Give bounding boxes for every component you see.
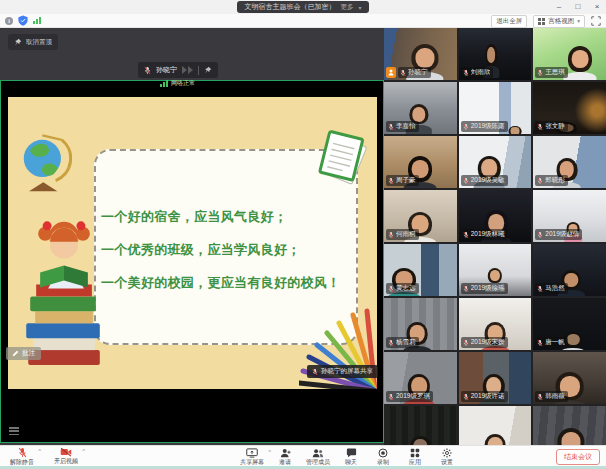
- participant-tile[interactable]: 唐一帆: [533, 298, 606, 350]
- participant-tile[interactable]: 杨雪莉: [384, 298, 457, 350]
- chevron-up-icon[interactable]: ^: [268, 449, 271, 455]
- apps-label: 应用: [409, 459, 421, 465]
- fullscreen-expand-icon[interactable]: [591, 16, 601, 26]
- share-source-label: 孙晓宁的屏幕共享: [321, 367, 373, 376]
- participant-tile[interactable]: 2019级徐瑶: [459, 244, 532, 296]
- mic-muted-icon: [388, 231, 394, 239]
- network-signal-icon[interactable]: [33, 17, 41, 24]
- network-signal-icon: [160, 80, 168, 87]
- mic-muted-icon: [144, 66, 151, 75]
- participant-nameplate: 马浩然: [535, 283, 568, 294]
- mic-muted-icon: [537, 231, 543, 239]
- chevron-up-icon[interactable]: ^: [38, 448, 41, 454]
- unmute-label: 解除静音: [10, 459, 34, 465]
- participant-nameplate: 韩雨薇: [535, 391, 568, 402]
- meeting-info-icon[interactable]: i: [5, 17, 13, 25]
- unmute-button[interactable]: ^ 解除静音: [10, 447, 34, 465]
- participant-name: 孙晓宁: [408, 68, 428, 77]
- mic-muted-icon: [537, 69, 543, 77]
- participant-tile[interactable]: 张文静: [533, 82, 606, 134]
- participant-tile[interactable]: 周子豪: [384, 136, 457, 188]
- mic-muted-icon: [463, 231, 469, 239]
- view-mode-label: 宫格视图: [548, 17, 574, 26]
- participant-tile[interactable]: 高婷婷: [384, 406, 457, 445]
- maximize-button[interactable]: □: [573, 0, 583, 14]
- chat-icon: [346, 448, 357, 458]
- end-meeting-button[interactable]: 结束会议: [556, 449, 600, 465]
- participant-tile[interactable]: 韩雨薇: [533, 352, 606, 404]
- manage-members-button[interactable]: 管理成员: [306, 448, 330, 465]
- members-icon: [312, 448, 324, 458]
- active-speaker-name: 孙晓宁: [156, 65, 177, 75]
- security-shield-icon[interactable]: [18, 15, 28, 26]
- participant-nameplate: 2019级陈露: [461, 121, 508, 132]
- mic-muted-icon: [463, 123, 469, 131]
- participant-name: 郑晓彤: [545, 176, 565, 185]
- participant-tile[interactable]: 2019级吴敏: [459, 136, 532, 188]
- settings-button[interactable]: 设置: [436, 448, 458, 465]
- annotation-button[interactable]: 批注: [6, 347, 41, 360]
- participant-tile[interactable]: 李嘉怡: [384, 82, 457, 134]
- participant-name: 2019级许诺: [471, 392, 505, 401]
- mic-muted-icon: [463, 393, 469, 401]
- globe-illustration: [18, 131, 72, 193]
- meeting-title-pill[interactable]: 文明宿舍主题班会（已加密） 更多 ▾: [237, 1, 368, 13]
- participant-tile[interactable]: 刘雨欣: [459, 28, 532, 80]
- share-screen-button[interactable]: ^ 共享屏幕: [240, 448, 264, 465]
- participant-tile[interactable]: 何雨桐: [384, 190, 457, 242]
- record-button[interactable]: 录制: [372, 448, 394, 465]
- participant-tile[interactable]: 2019级许诺: [459, 352, 532, 404]
- chevron-down-icon: ▾: [577, 18, 580, 24]
- exit-fullscreen-button[interactable]: 退出全屏: [491, 15, 527, 28]
- participant-tile[interactable]: 2019级谢欣: [459, 406, 532, 445]
- participant-video: [565, 46, 595, 80]
- screen-share-region: 取消置顶 孙晓宁 网络正常: [0, 28, 384, 445]
- pin-icon[interactable]: [204, 66, 212, 75]
- slide-line: 一个美好的校园，更应当有良好的校风！: [101, 266, 340, 299]
- close-button[interactable]: ×: [592, 0, 602, 14]
- view-mode-button[interactable]: 宫格视图 ▾: [533, 15, 585, 28]
- mic-muted-icon: [463, 69, 469, 77]
- participant-name: 马浩然: [545, 284, 565, 293]
- participant-tile[interactable]: 郑晓彤: [533, 136, 606, 188]
- participant-tile[interactable]: 2019级林曦: [459, 190, 532, 242]
- more-button[interactable]: 更多: [340, 3, 353, 12]
- participant-video: [554, 428, 588, 445]
- participant-tile[interactable]: 王思琪: [533, 28, 606, 80]
- minimize-button[interactable]: –: [554, 0, 564, 14]
- invite-button[interactable]: 邀请: [274, 448, 296, 465]
- participant-tile[interactable]: 黄志远: [384, 244, 457, 296]
- participant-tile[interactable]: 沈佳妮: [533, 406, 606, 445]
- slideshow-menu-icon[interactable]: [9, 427, 19, 435]
- participant-tile[interactable]: 2019级赵倩: [533, 190, 606, 242]
- mic-muted-icon: [537, 177, 543, 185]
- slide-line: 一个优秀的班级，应当学风良好；: [101, 233, 340, 266]
- invite-label: 邀请: [279, 459, 291, 465]
- start-video-label: 开启视频: [54, 458, 78, 464]
- participant-tile[interactable]: 2019级陈露: [459, 82, 532, 134]
- apps-button[interactable]: 应用: [404, 448, 426, 465]
- mic-muted-icon: [463, 285, 469, 293]
- title-bar: 文明宿舍主题班会（已加密） 更多 ▾ – □ ×: [0, 0, 606, 14]
- unpin-button[interactable]: 取消置顶: [8, 34, 58, 50]
- participant-name: 2019级吴敏: [471, 176, 505, 185]
- participant-tile[interactable]: 2019级罗琪: [384, 352, 457, 404]
- apps-grid-icon: [410, 448, 420, 458]
- participant-tile[interactable]: 孙晓宁: [384, 28, 457, 80]
- participant-name: 王思琪: [545, 68, 565, 77]
- unpin-label: 取消置顶: [26, 38, 52, 47]
- pin-icon: [14, 38, 22, 47]
- chevron-up-icon[interactable]: ^: [82, 448, 85, 454]
- participant-name: 唐一帆: [545, 338, 565, 347]
- start-video-button[interactable]: ^ 开启视频: [54, 447, 78, 465]
- participant-tile[interactable]: 2019级宋媛: [459, 298, 532, 350]
- participant-nameplate: 2019级罗琪: [386, 391, 433, 402]
- participant-nameplate: 2019级许诺: [461, 391, 508, 402]
- chat-label: 聊天: [345, 459, 357, 465]
- pen-icon: [12, 350, 19, 357]
- network-status-label: 网络正常: [171, 79, 195, 88]
- participant-nameplate: 孙晓宁: [398, 67, 431, 78]
- participant-name: 2019级林曦: [471, 230, 505, 239]
- participant-tile[interactable]: 马浩然: [533, 244, 606, 296]
- chat-button[interactable]: 聊天: [340, 448, 362, 465]
